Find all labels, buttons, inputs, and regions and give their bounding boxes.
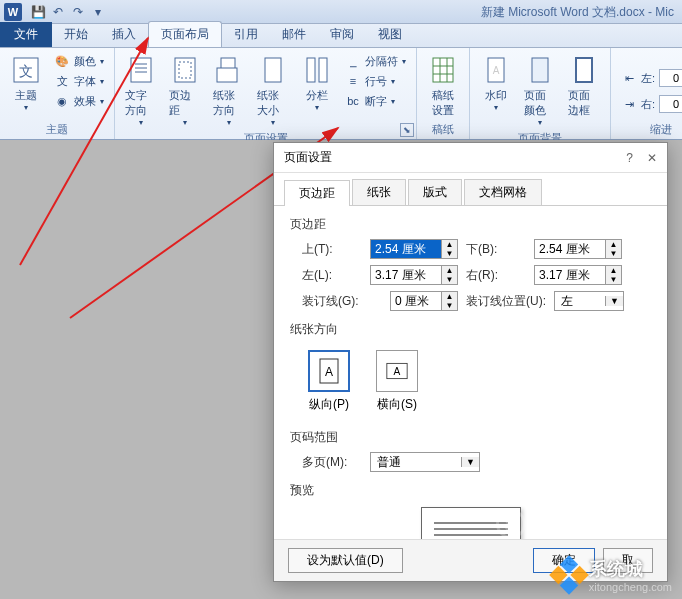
dialog-title: 页面设置 — [284, 149, 332, 166]
svg-rect-21 — [576, 58, 592, 82]
page-borders-icon — [568, 54, 600, 86]
undo-icon[interactable]: ↶ — [48, 2, 68, 22]
orientation-button[interactable]: 纸张方向▾ — [209, 52, 249, 129]
themes-button[interactable]: 文 主题 ▾ — [6, 52, 46, 120]
line-numbers-button[interactable]: ≡行号▾ — [341, 72, 410, 90]
chevron-down-icon[interactable]: ▼ — [461, 457, 479, 467]
tab-view[interactable]: 视图 — [366, 22, 414, 47]
chevron-down-icon[interactable]: ▼ — [605, 296, 623, 306]
qat-customize-icon[interactable]: ▾ — [88, 2, 108, 22]
preview-title: 预览 — [290, 482, 651, 499]
svg-text:A: A — [493, 65, 500, 76]
margins-button[interactable]: 页边距▾ — [165, 52, 205, 129]
redo-icon[interactable]: ↷ — [68, 2, 88, 22]
orientation-portrait[interactable]: A 纵向(P) — [302, 344, 356, 419]
hyphenation-icon: bc — [345, 93, 361, 109]
group-page-background: A水印▾ 页面颜色▾ 页面边框 页面背景 — [470, 48, 611, 139]
save-icon[interactable]: 💾 — [28, 2, 48, 22]
gutter-spinner[interactable]: ▲▼ — [390, 291, 458, 311]
tab-file[interactable]: 文件 — [0, 22, 52, 47]
page-range-fieldset: 页码范围 多页(M): ▼ — [290, 429, 651, 472]
tab-mailings[interactable]: 邮件 — [270, 22, 318, 47]
page-borders-button[interactable]: 页面边框 — [564, 52, 604, 129]
tab-review[interactable]: 审阅 — [318, 22, 366, 47]
size-button[interactable]: 纸张大小▾ — [253, 52, 293, 129]
tab-references[interactable]: 引用 — [222, 22, 270, 47]
effects-icon: ◉ — [54, 93, 70, 109]
margins-fieldset-title: 页边距 — [290, 216, 651, 233]
word-app-icon: W — [4, 3, 22, 21]
size-icon — [257, 54, 289, 86]
columns-icon — [301, 54, 333, 86]
manuscript-button[interactable]: 稿纸 设置 — [423, 52, 463, 120]
theme-colors-button[interactable]: 🎨颜色▾ — [50, 52, 108, 70]
breaks-icon: ⎯ — [345, 53, 361, 69]
hyphenation-button[interactable]: bc断字▾ — [341, 92, 410, 110]
indent-right-row: ⇥右:▲▼ — [617, 94, 682, 114]
dialog-tab-paper[interactable]: 纸张 — [352, 179, 406, 205]
orientation-fieldset: 纸张方向 A 纵向(P) A 横向(S) — [290, 321, 651, 419]
bottom-margin-spinner[interactable]: ▲▼ — [534, 239, 622, 259]
theme-fonts-button[interactable]: 文字体▾ — [50, 72, 108, 90]
right-margin-spinner[interactable]: ▲▼ — [534, 265, 622, 285]
set-default-button[interactable]: 设为默认值(D) — [288, 548, 403, 573]
margins-fieldset: 页边距 上(T): ▲▼ 下(B): ▲▼ 左(L): ▲▼ 右(R): ▲▼ … — [290, 216, 651, 311]
page-setup-launcher[interactable]: ⬊ — [400, 123, 414, 137]
page-color-button[interactable]: 页面颜色▾ — [520, 52, 560, 129]
text-direction-button[interactable]: 文字方向▾ — [121, 52, 161, 129]
svg-rect-9 — [217, 68, 237, 82]
multi-page-combo[interactable]: ▼ — [370, 452, 480, 472]
dialog-tab-layout[interactable]: 版式 — [408, 179, 462, 205]
manuscript-icon — [427, 54, 459, 86]
indent-left-icon: ⇤ — [621, 70, 637, 86]
top-margin-label: 上(T): — [302, 241, 362, 258]
svg-text:A: A — [325, 365, 333, 379]
right-margin-label: 右(R): — [466, 267, 526, 284]
group-themes: 文 主题 ▾ 🎨颜色▾ 文字体▾ ◉效果▾ 主题 — [0, 48, 115, 139]
indent-right-spinner[interactable]: ▲▼ — [659, 95, 682, 113]
multi-page-label: 多页(M): — [302, 454, 362, 471]
theme-effects-button[interactable]: ◉效果▾ — [50, 92, 108, 110]
left-margin-label: 左(L): — [302, 267, 362, 284]
dialog-help-icon[interactable]: ? — [626, 151, 633, 165]
group-indent-label: 缩进 — [617, 120, 682, 137]
ribbon-tabs: 文件 开始 插入 页面布局 引用 邮件 审阅 视图 — [0, 24, 682, 48]
orientation-landscape[interactable]: A 横向(S) — [370, 344, 424, 419]
tab-insert[interactable]: 插入 — [100, 22, 148, 47]
colors-icon: 🎨 — [54, 53, 70, 69]
dialog-tab-grid[interactable]: 文档网格 — [464, 179, 542, 205]
orientation-fieldset-title: 纸张方向 — [290, 321, 651, 338]
tab-page-layout[interactable]: 页面布局 — [148, 21, 222, 47]
ribbon: 文 主题 ▾ 🎨颜色▾ 文字体▾ ◉效果▾ 主题 文字方向▾ 页边距▾ 纸张方向… — [0, 48, 682, 140]
dialog-tab-margins[interactable]: 页边距 — [284, 180, 350, 206]
fonts-icon: 文 — [54, 73, 70, 89]
left-margin-spinner[interactable]: ▲▼ — [370, 265, 458, 285]
line-numbers-icon: ≡ — [345, 73, 361, 89]
themes-label: 主题 — [15, 88, 37, 103]
breaks-button[interactable]: ⎯分隔符▾ — [341, 52, 410, 70]
group-manuscript-label: 稿纸 — [423, 120, 463, 137]
watermark-button[interactable]: A水印▾ — [476, 52, 516, 129]
indent-left-spinner[interactable]: ▲▼ — [659, 69, 682, 87]
page-range-title: 页码范围 — [290, 429, 651, 446]
gutter-pos-label: 装订线位置(U): — [466, 293, 546, 310]
dialog-close-icon[interactable]: ✕ — [647, 151, 657, 165]
group-themes-label: 主题 — [6, 120, 108, 137]
margins-icon — [169, 54, 201, 86]
text-direction-icon — [125, 54, 157, 86]
gutter-pos-combo[interactable]: ▼ — [554, 291, 624, 311]
svg-rect-20 — [532, 58, 548, 82]
sogou-watermark: S搜狗指南 — [496, 509, 612, 539]
brand-watermark: 系统城 xitongcheng.com — [555, 557, 672, 593]
columns-button[interactable]: 分栏▾ — [297, 52, 337, 129]
tab-home[interactable]: 开始 — [52, 22, 100, 47]
indent-left-row: ⇤左:▲▼ — [617, 68, 682, 88]
top-margin-spinner[interactable]: ▲▼ — [370, 239, 458, 259]
themes-icon: 文 — [10, 54, 42, 86]
svg-rect-2 — [131, 58, 151, 82]
svg-rect-13 — [433, 58, 453, 82]
bottom-margin-label: 下(B): — [466, 241, 526, 258]
group-page-setup: 文字方向▾ 页边距▾ 纸张方向▾ 纸张大小▾ 分栏▾ ⎯分隔符▾ ≡行号▾ bc… — [115, 48, 417, 139]
dialog-titlebar: 页面设置 ? ✕ — [274, 143, 667, 173]
svg-text:A: A — [394, 366, 401, 377]
